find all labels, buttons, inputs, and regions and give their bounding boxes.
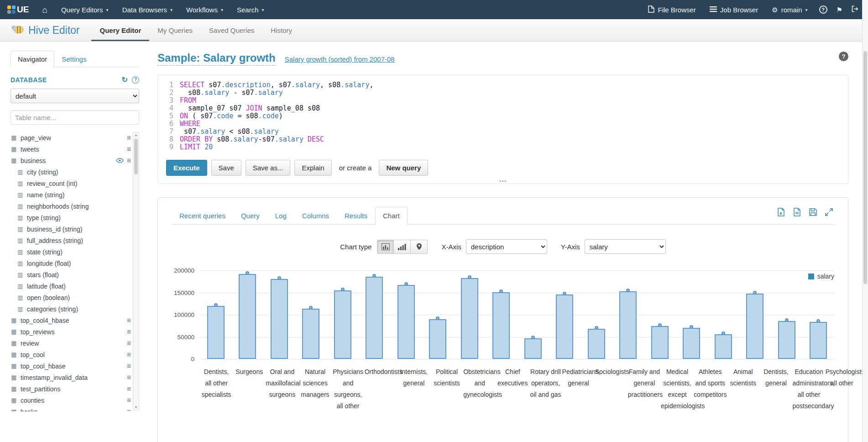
tab-navigator[interactable]: Navigator [10,51,54,67]
columns-list-icon[interactable]: ≡ [127,385,131,393]
columns-list-icon[interactable]: ≡ [127,145,131,153]
column-row[interactable]: ▥city (string) [10,166,131,178]
chart-bar[interactable] [810,322,827,359]
job-browser-link[interactable]: Job Browser [703,0,765,19]
chart-bar[interactable] [556,295,573,359]
preview-eye-icon[interactable] [116,158,124,163]
chart-bar[interactable] [366,277,383,359]
feedback-button[interactable]: ⚑ [832,0,847,19]
chart-bar[interactable] [429,319,446,359]
tab-recent-queries[interactable]: Recent queries [172,207,233,225]
column-chart-button[interactable] [394,240,411,254]
chart-bar[interactable] [683,328,700,359]
explain-button[interactable]: Explain [294,160,331,176]
columns-list-icon[interactable]: ≡ [127,396,131,405]
map-marker-button[interactable] [411,240,428,254]
table-row[interactable]: ▦test_partitions≡ [10,383,131,395]
column-row[interactable]: ▥business_id (string) [10,223,131,235]
table-row[interactable]: ▦top_reviews≡ [10,326,131,337]
columns-list-icon[interactable]: ≡ [127,362,131,370]
chart-bar[interactable] [588,329,605,359]
table-row[interactable]: ▦counties≡ [10,395,131,406]
table-row[interactable]: ▦tweets≡ [10,143,131,155]
sql-editor[interactable]: 123456789 SELECT s07.description, s07.sa… [158,75,848,155]
tab-query[interactable]: Query [233,207,267,225]
new-query-button[interactable]: New query [379,160,428,176]
hue-logo[interactable]: UE [5,0,35,19]
tab-chart[interactable]: Chart [375,207,408,225]
y-axis-select[interactable]: salary [585,239,666,254]
tab-saved-queries[interactable]: Saved Queries [201,19,262,41]
tab-history[interactable]: History [262,19,300,41]
columns-list-icon[interactable]: ≡ [127,134,131,142]
column-row[interactable]: ▥open (boolean) [10,292,131,303]
table-list-scrollbar-thumb[interactable] [134,139,138,174]
query-help-icon[interactable]: ? [839,52,848,61]
table-row[interactable]: ▦review≡ [10,337,131,349]
menu-query-editors[interactable]: Query Editors▾ [54,0,115,19]
column-row[interactable]: ▥latitude (float) [10,280,131,292]
chart-bar[interactable] [397,285,415,359]
columns-list-icon[interactable]: ≡ [127,351,131,359]
save-button[interactable]: Save [211,160,241,176]
tab-query-editor[interactable]: Query Editor [91,19,149,41]
refresh-icon[interactable]: ↻ [122,75,128,84]
chart-bar[interactable] [271,279,288,359]
columns-list-icon[interactable]: ≡ [127,374,131,382]
chart-bar[interactable] [778,321,795,359]
query-title[interactable]: Sample: Salary growth [157,52,276,66]
user-menu[interactable]: ⚙ romain ▾ [765,0,814,19]
menu-search[interactable]: Search▾ [230,0,271,19]
chart-bar[interactable] [302,309,319,359]
chart-bar[interactable] [715,334,732,359]
tab-log[interactable]: Log [267,207,294,225]
tab-settings[interactable]: Settings [54,51,94,67]
chart-bar[interactable] [239,274,256,359]
column-row[interactable]: ▥neighborhoods (string [10,200,131,212]
columns-list-icon[interactable]: ≡ [127,408,131,412]
chart-bar[interactable] [524,338,542,359]
columns-list-icon[interactable]: ≡ [127,316,131,325]
column-row[interactable]: ▥categories (string) [10,303,131,315]
chart-bar[interactable] [619,291,637,359]
column-row[interactable]: ▥longitude (float) [10,258,131,269]
expand-results-button[interactable] [825,208,833,216]
columns-list-icon[interactable]: ≡ [127,339,131,347]
scroll-down-arrow[interactable]: ▼ [133,405,139,410]
column-row[interactable]: ▥type (string) [10,212,131,223]
tab-results[interactable]: Results [337,207,375,225]
scroll-up-arrow[interactable]: ▲ [133,132,139,138]
table-row[interactable]: ▦banks≡ [10,406,131,411]
page-scrollbar-thumb[interactable] [863,51,867,284]
column-row[interactable]: ▥name (string) [10,189,131,200]
chart-bar[interactable] [207,306,225,359]
file-browser-link[interactable]: File Browser [641,0,702,19]
chart-bar[interactable] [746,294,763,359]
chart-bar[interactable] [651,326,669,359]
database-select[interactable]: default [10,89,139,103]
x-axis-select[interactable]: description [466,239,547,254]
help-button[interactable]: ? [815,0,832,19]
bar-chart-button[interactable] [377,240,394,254]
column-row[interactable]: ▥full_address (string) [10,235,131,246]
table-row[interactable]: ▦page_view≡ [10,132,131,143]
table-row[interactable]: ▦top_cool≡ [10,349,131,360]
columns-list-icon[interactable]: ≡ [127,157,131,165]
table-row[interactable]: ▦business≡ [10,155,131,166]
column-row[interactable]: ▥review_count (int) [10,178,131,189]
execute-button[interactable]: Execute [166,160,207,176]
chart-bar[interactable] [492,292,510,359]
table-row[interactable]: ▦top_cool_hbase≡ [10,360,131,372]
download-csv-button[interactable] [793,208,801,216]
save-results-button[interactable] [809,208,817,216]
tab-my-queries[interactable]: My Queries [149,19,201,41]
save-as-button[interactable]: Save as... [246,160,291,176]
query-subtitle-link[interactable]: Salary growth (sorted) from 2007-08 [285,55,395,63]
table-row[interactable]: ▦timestamp_invalid_data≡ [10,372,131,383]
chart-bar[interactable] [461,278,478,359]
table-row[interactable]: ▦top_cool4_hbase≡ [10,315,131,326]
chart-bar[interactable] [334,290,351,359]
home-button[interactable]: ⌂ [35,0,54,19]
menu-data-browsers[interactable]: Data Browsers▾ [115,0,179,19]
table-search-input[interactable] [10,110,139,125]
